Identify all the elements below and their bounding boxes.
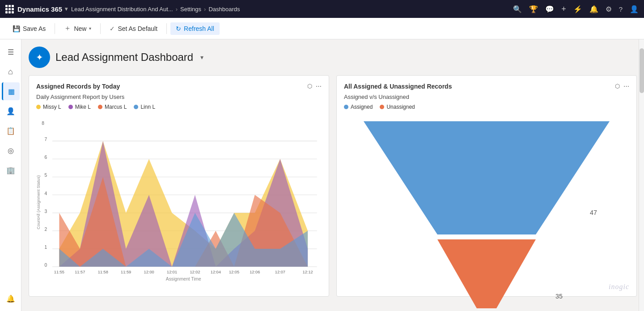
chart2-area: 47 35 [344,115,629,309]
breadcrumb: Lead Assignment Distribution And Aut... … [71,6,509,13]
svg-text:12:06: 12:06 [250,270,260,275]
chart2-subtitle: Assigned v/s Unassigned [344,94,629,100]
chart-panel-1-header: Assigned Records by Today ⬡ ⋯ [36,83,322,90]
scrollbar[interactable] [639,39,644,311]
legend-label-marcus: Marcus L [105,104,127,110]
legend-marcus: Marcus L [98,104,127,110]
breadcrumb-main: Lead Assignment Distribution And Aut... [71,6,173,13]
topbar-icons: 🔍 🏆 💬 + ⚡ 🔔 ⚙ ? 👤 [513,4,639,14]
chart2-svg: 47 35 [344,115,629,309]
save-icon: 💾 [13,25,20,32]
legend-dot-assigned [344,105,348,109]
chart1-svg: 0 1 2 3 4 5 6 7 8 CountAll (Assignment S… [36,115,322,289]
breadcrumb-settings[interactable]: Settings [180,6,201,13]
legend-label-assigned: Assigned [351,104,373,110]
svg-text:0: 0 [45,263,47,268]
chart2-legend: Assigned Unassigned [344,104,629,110]
search-icon[interactable]: 🔍 [513,5,522,13]
refresh-button[interactable]: ↻ Refresh All [170,22,220,35]
svg-marker-36 [437,239,536,308]
legend-dot-mike [68,105,73,109]
new-label: New [74,25,86,32]
sidebar-item-dashboard[interactable]: ▦ [2,82,20,100]
help-icon[interactable]: ? [619,5,623,13]
chat-icon[interactable]: 💬 [545,5,554,13]
more-icon[interactable]: ⋯ [316,83,322,89]
chart2-actions: ⬡ ⋯ [615,83,629,89]
breadcrumb-sep2: › [204,6,206,13]
scrollbar-thumb[interactable] [640,48,644,93]
refresh-icon: ↻ [176,25,181,32]
plus-icon[interactable]: + [561,4,566,14]
waffle-icon[interactable] [5,5,14,13]
toolbar: 💾 Save As ＋ New ▾ ✓ Set As Default ↻ Ref… [0,18,644,39]
sidebar: ☰ ⌂ ▦ 👤 📋 ◎ 🏢 🔔 [0,39,21,311]
legend-dot-marcus [98,105,102,109]
dashboard-header: ✦ Lead Assignment Dashboard ▾ [29,47,637,68]
breadcrumb-dashboards[interactable]: Dashboards [208,6,240,13]
legend-label-linn: Linn L [140,104,155,110]
chart-panel-1: Assigned Records by Today ⬡ ⋯ Daily Assi… [29,75,329,297]
svg-text:5: 5 [45,173,47,178]
new-button[interactable]: ＋ New ▾ [59,21,97,36]
dashboard-chevron-icon[interactable]: ▾ [200,54,203,61]
svg-text:8: 8 [42,121,44,126]
svg-text:11:58: 11:58 [98,270,108,275]
more2-icon[interactable]: ⋯ [623,83,629,89]
charts-row: Assigned Records by Today ⬡ ⋯ Daily Assi… [29,75,637,297]
achievement-icon[interactable]: 🏆 [529,5,538,13]
svg-text:12:00: 12:00 [144,270,154,275]
sidebar-item-menu[interactable]: ☰ [2,43,20,61]
refresh-label: Refresh All [184,25,214,32]
expand2-icon[interactable]: ⬡ [615,83,620,89]
legend-dot-linn [134,105,138,109]
sidebar-item-contacts[interactable]: 👤 [2,102,20,120]
legend-dot-missy [36,105,41,109]
svg-text:11:55: 11:55 [54,270,64,275]
svg-text:11:59: 11:59 [121,270,131,275]
watermark-text: inogic [609,283,629,290]
brand-logo[interactable]: Dynamics 365 ▾ [17,5,68,13]
save-as-label: Save As [23,25,46,32]
sidebar-item-leads[interactable]: ◎ [2,141,20,159]
assigned-value-label: 47 [590,209,597,216]
svg-text:2: 2 [45,227,47,232]
toolbar-divider-1 [55,23,55,34]
user-icon[interactable]: 👤 [630,5,639,13]
brand-chevron: ▾ [65,6,68,12]
chart2-title: All Assigned & Unassigned Records [344,83,452,90]
chart1-actions: ⬡ ⋯ [307,83,322,89]
expand-icon[interactable]: ⬡ [307,83,312,89]
chart1-area: 0 1 2 3 4 5 6 7 8 CountAll (Assignment S… [36,115,322,289]
bell-icon[interactable]: 🔔 [589,5,598,13]
new-chevron-icon: ▾ [89,26,91,31]
svg-text:Assignment Time: Assignment Time [166,277,201,281]
save-as-button[interactable]: 💾 Save As [7,22,51,35]
chart1-legend: Missy L Mike L Marcus L Linn L [36,104,322,110]
svg-text:11:57: 11:57 [75,270,85,275]
sidebar-item-notifications[interactable]: 🔔 [2,290,20,307]
chart-panel-2-header: All Assigned & Unassigned Records ⬡ ⋯ [344,83,629,90]
filter-icon[interactable]: ⚡ [573,5,582,13]
svg-text:12:02: 12:02 [190,270,200,275]
settings-icon[interactable]: ⚙ [606,5,612,13]
dashboard-icon: ✦ [29,47,50,68]
set-default-button[interactable]: ✓ Set As Default [104,22,163,35]
svg-text:CountAll (Assignment Status): CountAll (Assignment Status) [36,175,41,230]
sidebar-item-accounts[interactable]: 🏢 [2,161,20,179]
chart1-title: Assigned Records by Today [36,83,120,90]
svg-text:6: 6 [45,155,47,160]
legend-label-unassigned: Unassigned [386,104,415,110]
svg-text:1: 1 [45,245,47,250]
unassigned-value-label: 35 [555,293,563,300]
svg-text:12:01: 12:01 [167,270,177,275]
sidebar-item-home[interactable]: ⌂ [2,63,20,81]
chart1-subtitle: Daily Assignment Report by Users [36,94,322,100]
brand-name: Dynamics 365 [17,5,62,13]
main-layout: ☰ ⌂ ▦ 👤 📋 ◎ 🏢 🔔 ✦ Lead Assignment Dashbo… [0,39,644,311]
breadcrumb-sep1: › [176,6,178,13]
legend-assigned: Assigned [344,104,373,110]
plus-icon: ＋ [64,24,71,33]
sidebar-item-activity[interactable]: 📋 [2,122,20,140]
svg-text:12:05: 12:05 [229,270,239,275]
